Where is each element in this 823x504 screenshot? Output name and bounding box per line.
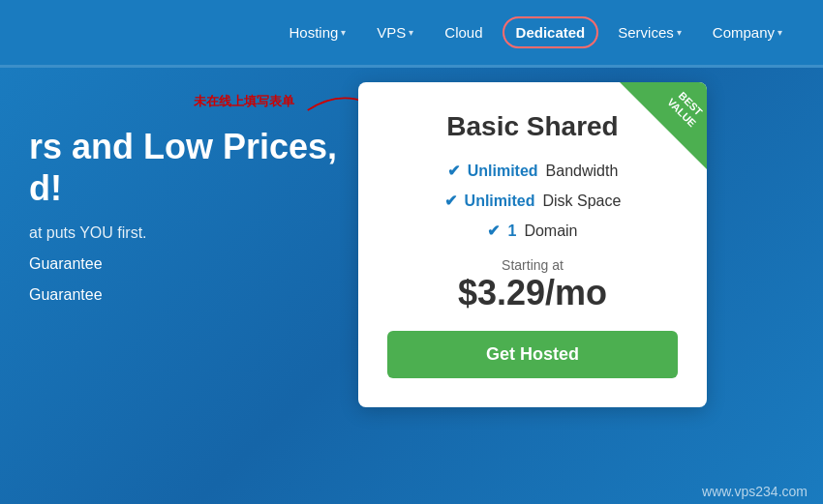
feature-bandwidth: ✔ Unlimited Bandwidth (387, 162, 678, 180)
nav-item-company[interactable]: Company ▾ (701, 18, 794, 46)
get-hosted-button[interactable]: Get Hosted (387, 331, 678, 378)
hero-subtitle: at puts YOU first. (29, 224, 337, 242)
hero-title: rs and Low Prices, d! (29, 126, 337, 209)
feature-bandwidth-highlight: Unlimited (468, 163, 538, 180)
nav-item-vps[interactable]: VPS ▾ (365, 18, 425, 46)
feature-disk-highlight: Unlimited (465, 193, 535, 210)
check-icon-disk: ✔ (444, 192, 457, 210)
nav-item-cloud[interactable]: Cloud (433, 18, 494, 46)
starting-at-label: Starting at (387, 257, 678, 273)
hero-text-block: rs and Low Prices, d! at puts YOU first.… (0, 106, 337, 304)
guarantee-1: Guarantee (29, 255, 337, 273)
nav-item-dedicated[interactable]: Dedicated (503, 16, 599, 48)
nav-item-hosting[interactable]: Hosting ▾ (277, 18, 357, 46)
feature-domain-highlight: 1 (507, 222, 516, 240)
price-display: $3.29/mo (387, 273, 678, 313)
pricing-section: Starting at $3.29/mo (387, 257, 678, 313)
annotation: 未在线上填写表单 (194, 87, 380, 116)
vps-dropdown-icon: ▾ (409, 27, 413, 38)
check-icon-bandwidth: ✔ (447, 162, 460, 180)
main-nav: Hosting ▾ VPS ▾ Cloud Dedicated Services… (277, 16, 794, 48)
hosting-dropdown-icon: ▾ (341, 27, 346, 38)
company-dropdown-icon: ▾ (777, 27, 782, 38)
annotation-text: 未在线上填写表单 (194, 93, 294, 110)
feature-bandwidth-text: Bandwidth (546, 163, 619, 180)
feature-disk-text: Disk Space (542, 193, 621, 210)
card-title: Basic Shared (387, 111, 678, 142)
guarantee-2: Guarantee (29, 286, 337, 304)
nav-item-services[interactable]: Services ▾ (606, 18, 693, 46)
services-dropdown-icon: ▾ (677, 27, 682, 38)
watermark: www.vps234.com (702, 484, 808, 499)
header: Hosting ▾ VPS ▾ Cloud Dedicated Services… (0, 0, 823, 65)
hero-section: 未在线上填写表单 rs and Low Prices, d! at puts Y… (0, 68, 823, 504)
check-icon-domain: ✔ (487, 222, 500, 240)
feature-diskspace: ✔ Unlimited Disk Space (387, 192, 678, 210)
pricing-card: BESTVALUE Basic Shared ✔ Unlimited Bandw… (358, 82, 707, 407)
feature-domain: ✔ 1 Domain (387, 222, 678, 240)
feature-domain-text: Domain (524, 222, 577, 240)
